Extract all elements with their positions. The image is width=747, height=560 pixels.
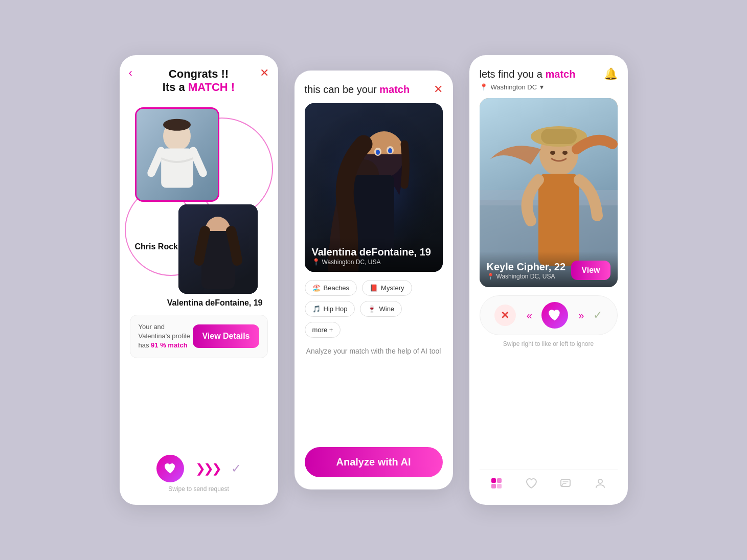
congrats-subtitle: Its a MATCH ! [130,81,268,94]
congrats-header: Congrats !! Its a MATCH ! [130,67,268,94]
svg-rect-2 [161,148,193,188]
heart-action-button[interactable] [156,455,184,482]
card3-header: lets find you a match 🔔 [480,67,618,81]
match-photos: Chris Rock, 20 Valentina deFontaine, 19 [130,102,268,307]
close-button-1[interactable]: ✕ [260,66,269,80]
tag-wine[interactable]: 🍷 Wine [360,301,402,317]
swipe-label: Swipe to send request [130,485,268,493]
tag-hiphop[interactable]: 🎵 Hip Hop [305,301,355,317]
svg-rect-26 [491,478,496,483]
card3-location-row: 📍 Washington DC ▾ [480,83,618,91]
svg-rect-22 [541,129,577,144]
nav-home-icon[interactable] [490,477,503,493]
card2-person-name: Valentina deFontaine, 19 [312,246,436,258]
svg-point-25 [562,151,568,155]
analyze-ai-button[interactable]: Analyze with AI [305,447,443,477]
view-profile-button[interactable]: View [571,261,610,280]
svg-rect-27 [497,478,502,483]
card-find-match: lets find you a match 🔔 📍 Washington DC … [469,55,628,505]
card3-person-location: 📍 Washington DC, USA [487,273,566,280]
hiphop-label: Hip Hop [324,305,348,313]
tag-more[interactable]: more + [305,322,341,338]
card2-header: this can be your match ✕ [305,83,443,96]
superlike-button[interactable]: ✓ [593,309,602,322]
card2-photo-overlay: Valentina deFontaine, 19 📍 Washington DC… [305,237,443,272]
arrows-action[interactable]: ❯❯❯ [195,461,220,476]
match-info-box: Your andValentina's profilehas 91 % matc… [130,315,268,358]
more-label: more + [312,326,333,334]
wine-label: Wine [379,305,394,313]
check-action[interactable]: ✓ [231,461,241,476]
rewind-button[interactable]: « [527,310,531,321]
match-info-text: Your andValentina's profilehas 91 % matc… [139,322,190,351]
analyze-description: Analyze your match with the help of AI t… [305,346,443,357]
svg-point-16 [388,148,392,153]
beaches-emoji: 🏖️ [312,284,321,292]
location-pin-icon-4: 📍 [487,273,494,280]
nav-profile-icon[interactable] [594,477,606,493]
swipe-hint: Swipe right to like or left to ignore [480,340,618,347]
card-match-congrats: ‹ ✕ Congrats !! Its a MATCH ! [120,55,278,505]
mystery-emoji: 📕 [370,284,378,292]
card2-person-location: 📍 Washington DC, USA [312,258,436,266]
card-match-preview: this can be your match ✕ [295,71,453,489]
person1-photo [135,107,219,202]
tag-beaches[interactable]: 🏖️ Beaches [305,280,357,296]
beaches-label: Beaches [324,284,350,292]
tag-mystery[interactable]: 📕 Mystery [362,280,412,296]
skip-button[interactable]: » [578,310,582,321]
screen-container: ‹ ✕ Congrats !! Its a MATCH ! [99,25,648,535]
view-details-button[interactable]: View Details [193,324,259,348]
card2-title: this can be your match [305,84,410,96]
card3-location-text: Washington DC [491,83,537,91]
svg-rect-29 [497,484,502,488]
location-pin-icon-3: 📍 [480,83,488,91]
location-pin-icon: 📍 [312,258,320,266]
svg-rect-28 [491,484,496,488]
card3-person-info: Keyle Cipher, 22 📍 Washington DC, USA [487,261,566,280]
tags-container: 🏖️ Beaches 📕 Mystery 🎵 Hip Hop 🍷 Wine mo… [305,280,443,338]
person2-photo [178,204,258,294]
card3-action-row: ✕ « » ✓ [480,295,618,335]
chevron-down-icon[interactable]: ▾ [540,83,544,91]
bottom-navigation [480,470,618,493]
nav-messages-icon[interactable] [559,477,572,493]
mystery-label: Mystery [381,284,404,292]
svg-point-33 [598,479,602,483]
close-button-2[interactable]: ✕ [434,83,443,96]
card2-person-photo: Valentina deFontaine, 19 📍 Washington DC… [305,103,443,272]
card3-person-name: Keyle Cipher, 22 [487,261,566,273]
svg-point-24 [550,151,555,155]
card3-photo-overlay: Keyle Cipher, 22 📍 Washington DC, USA Vi… [480,251,618,287]
svg-rect-8 [201,243,235,289]
dislike-button[interactable]: ✕ [494,305,516,326]
person2-name: Valentina deFontaine, 19 [167,296,263,308]
back-button[interactable]: ‹ [129,66,132,80]
notification-bell-icon[interactable]: 🔔 [604,67,618,81]
svg-point-5 [163,119,191,131]
card3-person-photo: Keyle Cipher, 22 📍 Washington DC, USA Vi… [480,98,618,287]
wine-emoji: 🍷 [368,305,376,313]
card1-actions: ❯❯❯ ✓ [130,449,268,482]
nav-likes-icon[interactable] [525,477,537,493]
congrats-title: Congrats !! [130,67,268,81]
hiphop-emoji: 🎵 [312,305,321,313]
svg-point-15 [376,150,380,155]
card3-title: lets find you a match [480,68,576,80]
match-percent: 91 % match [151,341,188,349]
like-button[interactable] [541,302,568,329]
